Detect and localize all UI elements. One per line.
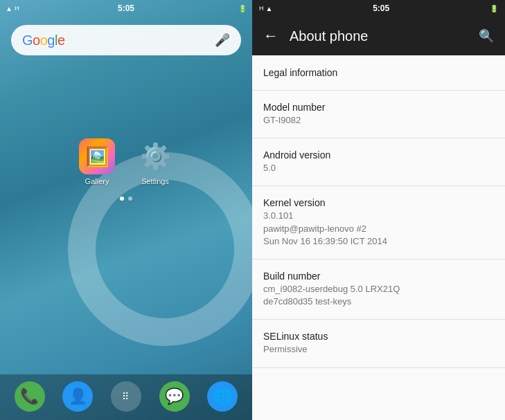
selinux-status-item: SELinux status Permissive [252, 320, 505, 367]
google-logo: Google [22, 33, 65, 48]
dot-2 [128, 197, 132, 201]
settings-list: Legal information Model number GT-I9082 … [252, 55, 505, 420]
settings-app[interactable]: ⚙️ Settings [137, 138, 173, 185]
battery-icon-right: 🔋 [490, 5, 498, 12]
android-version-value: 5.0 [263, 162, 494, 174]
h-icon: H [15, 5, 19, 12]
build-number-value: cm_i9082-userdebug 5.0 LRX21Q de7cd80d35… [263, 283, 494, 308]
page-dots [120, 197, 132, 201]
home-screen: ▲ H 5:05 🔋 Google 🎤 🖼️ Gallery ⚙️ [0, 0, 252, 420]
build-number-item: Build number cm_i9082-userdebug 5.0 LRX2… [252, 259, 505, 320]
settings-icon-wrapper: ⚙️ [137, 138, 173, 174]
about-phone-screen: H ▲ 5:05 🔋 ← About phone 🔍 Legal informa… [252, 0, 505, 420]
messaging-dock-icon[interactable]: 💬 [159, 381, 190, 412]
dot-1 [120, 197, 124, 201]
gallery-icon: 🖼️ [79, 138, 115, 174]
selinux-status-value: Permissive [263, 343, 494, 356]
app-icons-area: 🖼️ Gallery ⚙️ Settings [0, 138, 252, 201]
top-bar: ← About phone 🔍 [252, 17, 505, 55]
gallery-label: Gallery [85, 177, 109, 185]
google-search-bar[interactable]: Google 🎤 [11, 25, 241, 55]
android-version-item: Android version 5.0 [252, 138, 505, 186]
build-number-title: Build number [263, 271, 494, 282]
legal-info-item[interactable]: Legal information [252, 55, 505, 91]
legal-info-title: Legal information [263, 67, 337, 78]
settings-gear-icon: ⚙️ [139, 140, 172, 173]
kernel-version-item: Kernel version 3.0.101 pawitp@pawitp-len… [252, 186, 505, 259]
status-bar-right: H ▲ 5:05 🔋 [252, 0, 505, 17]
back-button[interactable]: ← [258, 21, 284, 51]
kernel-version-title: Kernel version [263, 197, 494, 208]
phone-dock-icon[interactable]: 📞 [15, 381, 45, 412]
signal-icon: ▲ [6, 5, 12, 12]
android-version-title: Android version [263, 149, 494, 161]
settings-label: Settings [141, 177, 169, 185]
battery-icon-left: 🔋 [238, 5, 247, 12]
app-row: 🖼️ Gallery ⚙️ Settings [79, 138, 173, 185]
page-title: About phone [290, 28, 468, 44]
model-number-title: Model number [263, 102, 494, 113]
model-number-item: Model number GT-I9082 [252, 91, 505, 138]
selinux-status-title: SELinux status [263, 331, 494, 342]
kernel-version-value: 3.0.101 pawitp@pawitp-lenovo #2 Sun Nov … [263, 210, 494, 248]
gallery-app[interactable]: 🖼️ Gallery [79, 138, 115, 185]
mic-icon[interactable]: 🎤 [215, 33, 230, 48]
model-number-value: GT-I9082 [263, 114, 494, 127]
browser-dock-icon[interactable]: 🌐 [207, 381, 238, 412]
contacts-dock-icon[interactable]: 👤 [62, 381, 93, 412]
apps-dock-icon[interactable]: ⠿ [111, 381, 141, 412]
time-right: 5:05 [373, 3, 389, 13]
status-bar-left: ▲ H 5:05 🔋 [0, 0, 252, 17]
signal-icon-right: H [259, 5, 264, 12]
search-button[interactable]: 🔍 [473, 23, 499, 49]
bottom-dock: 📞 👤 ⠿ 💬 🌐 [0, 374, 252, 420]
time-left: 5:05 [118, 3, 134, 13]
wifi-icon-right: ▲ [266, 5, 273, 12]
